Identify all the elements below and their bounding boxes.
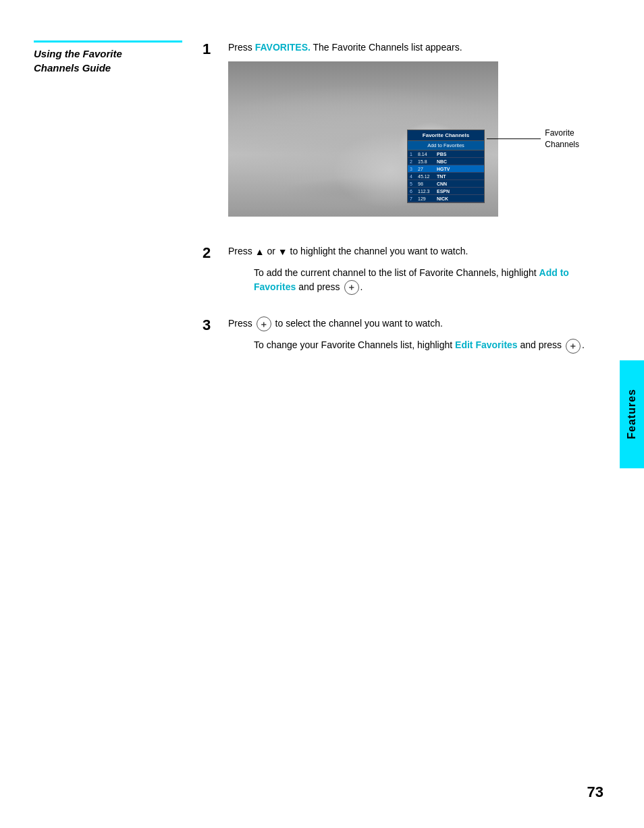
step-3-select-button: ＋: [257, 316, 271, 331]
step-2-text: Press ▲ or ▼ to highlight the channel yo…: [228, 244, 603, 259]
step-3-sub: To change your Favorite Channels list, h…: [254, 338, 603, 353]
step-2-content: Press ▲ or ▼ to highlight the channel yo…: [228, 244, 603, 304]
step-3-content: Press ＋ to select the channel you want t…: [228, 316, 603, 363]
step-1-highlight: FAVORITES.: [255, 42, 311, 53]
add-to-favorites-link: Add to Favorites: [254, 267, 569, 292]
fav-row-7: 7 129 NICK: [408, 195, 484, 202]
step-2-sub-text: To add the current channel to the list o…: [254, 266, 603, 295]
step-3-sub-text: To change your Favorite Channels list, h…: [254, 338, 603, 353]
callout-line1: Favorite: [545, 128, 574, 138]
screenshot-container: Favorite Channels Add to Favorites 1 8.1…: [228, 61, 498, 217]
fav-panel-add: Add to Favorites: [408, 141, 484, 150]
step-3-suffix: to select the channel you want to watch.: [273, 318, 443, 329]
callout-line2: Channels: [545, 140, 579, 149]
step-2-number: 2: [203, 244, 223, 262]
main-content: 1 Press FAVORITES. The Favorite Channels…: [203, 40, 603, 363]
step-2-or: or: [265, 246, 278, 256]
select-button-icon: ＋: [344, 280, 359, 295]
step-1-suffix: The Favorite Channels list appears.: [311, 42, 462, 53]
step-3-text: Press ＋ to select the channel you want t…: [228, 316, 603, 331]
arrow-down-icon: ▼: [278, 245, 288, 259]
fav-row-3: 3 27 HGTV: [408, 165, 484, 173]
step-3-btn-icon: ＋: [566, 339, 581, 354]
features-tab-label: Features: [626, 389, 638, 439]
fav-row-5: 5 98 CNN: [408, 180, 484, 188]
step-1: 1 Press FAVORITES. The Favorite Channels…: [203, 40, 603, 232]
fav-row-1: 1 8.14 PBS: [408, 150, 484, 158]
section-title: Using the Favorite Channels Guide: [34, 40, 182, 75]
step-1-prefix: Press: [228, 42, 255, 53]
step-2-prefix: Press: [228, 246, 255, 256]
step-1-number: 1: [203, 40, 223, 58]
step-2-sub: To add the current channel to the list o…: [254, 266, 603, 295]
features-tab: Features: [620, 360, 644, 468]
callout-line: [487, 139, 541, 140]
fav-panel-title: Favorite Channels: [408, 130, 484, 141]
fav-row-4: 4 45.12 TNT: [408, 173, 484, 180]
arrow-up-icon: ▲: [255, 245, 265, 259]
edit-favorites-link: Edit Favorites: [455, 339, 518, 350]
page-number: 73: [587, 783, 603, 801]
callout: Favorite Channels: [487, 128, 579, 150]
heading-line2: Channels Guide: [34, 62, 111, 74]
page-container: Using the Favorite Channels Guide 1 Pres…: [0, 0, 644, 828]
step-2-suffix: to highlight the channel you want to wat…: [288, 246, 468, 256]
section-heading: Using the Favorite Channels Guide: [34, 40, 182, 75]
fav-row-6: 6 112.3 ESPN: [408, 188, 484, 195]
step-1-text: Press FAVORITES. The Favorite Channels l…: [228, 40, 603, 55]
step-3-number: 3: [203, 316, 223, 334]
fav-channels-panel: Favorite Channels Add to Favorites 1 8.1…: [407, 130, 485, 203]
step-2: 2 Press ▲ or ▼ to highlight the channel …: [203, 244, 603, 304]
fav-row-2: 2 15.8 NBC: [408, 158, 484, 165]
screenshot-image: Favorite Channels Add to Favorites 1 8.1…: [228, 61, 498, 217]
step-3-prefix: Press: [228, 318, 255, 329]
step-3: 3 Press ＋ to select the channel you want…: [203, 316, 603, 363]
heading-line1: Using the Favorite: [34, 48, 122, 59]
callout-text: Favorite Channels: [545, 128, 579, 150]
step-1-content: Press FAVORITES. The Favorite Channels l…: [228, 40, 603, 232]
